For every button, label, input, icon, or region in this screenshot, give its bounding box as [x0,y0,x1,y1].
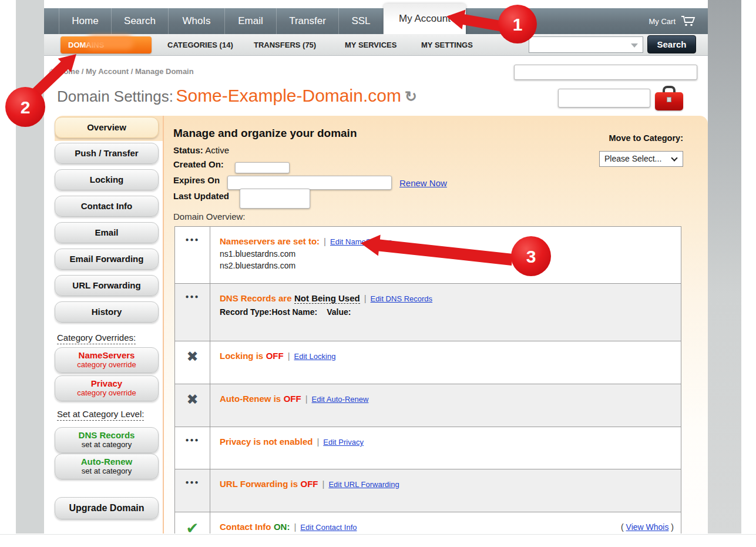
section-heading: Manage and organize your domain [173,127,357,140]
subnav-my-services[interactable]: MY SERVICES [345,34,397,56]
category-label: Auto-Renew [55,457,158,467]
sidebar-nameservers-override[interactable]: NameServers category override [55,347,159,373]
dropdown-arrow-icon[interactable] [631,43,638,48]
view-whois-link[interactable]: View Whois [626,522,669,532]
tab-whois[interactable]: WhoIs [169,8,225,34]
row-url-forwarding: ●●● URL Forwarding is OFF|Edit URL Forwa… [175,469,681,512]
separator: | [364,293,367,303]
subnav-my-settings[interactable]: MY SETTINGS [421,34,473,56]
refresh-icon[interactable]: ↻ [405,88,417,105]
override-sublabel: category override [55,389,158,397]
tab-transfer[interactable]: Transfer [277,8,339,34]
status-label: Status: [173,145,203,155]
my-cart[interactable]: My Cart [649,8,708,34]
domain-overview-label: Domain Overview: [173,212,246,222]
tab-my-account[interactable]: My Account [384,4,466,34]
sidebar-dns-records-category[interactable]: DNS Records set at category [55,427,159,453]
edit-nameservers-link[interactable]: Edit NameServers [330,237,392,246]
home-icon: ⌂ [49,66,55,76]
row-title: Auto-Renew is [220,394,281,404]
sidebar-tab-email[interactable]: Email [55,222,159,243]
separator: | [317,437,319,447]
edit-contact-info-link[interactable]: Edit Contact Info [300,523,357,532]
row-title: DNS Records are [220,293,292,303]
category-select-value: Please Select... [604,154,661,163]
chevron-down-icon [671,155,677,161]
category-sublabel: set at category [55,441,158,449]
page-title-prefix: Domain Settings: [57,88,173,105]
sidebar-tab-url-forwarding[interactable]: URL Forwarding [55,275,159,296]
edit-dns-records-link[interactable]: Edit DNS Records [371,294,432,303]
sidebar-tab-push-transfer[interactable]: Push / Transfer [55,143,159,164]
desktop-left-margin [16,0,44,533]
redacted-value-box [227,176,392,190]
override-sublabel: category override [55,361,158,369]
edit-privacy-link[interactable]: Edit Privacy [323,438,364,447]
category-sublabel: set at category [55,467,158,475]
sidebar-tab-contact-info[interactable]: Contact Info [55,196,159,217]
redacted-value-box [235,162,290,173]
tab-home[interactable]: Home [59,8,112,34]
override-label: Privacy [55,378,158,389]
updated-line: Last Updated [173,191,229,201]
separator: | [305,394,308,404]
tab-email[interactable]: Email [225,8,277,34]
toolbox-icon[interactable] [655,86,683,112]
row-status: OFF [301,479,318,489]
status-value: Active [205,145,229,155]
tab-search[interactable]: Search [112,8,169,34]
cart-icon [681,15,696,27]
move-to-category-label: Move to Category: [507,133,683,143]
nameserver-value: ns2.bluestardns.com [220,261,673,270]
sidebar-privacy-override[interactable]: Privacy category override [55,375,159,401]
subnav-categories[interactable]: CATEGORIES (14) [167,34,233,56]
separator: | [324,236,326,246]
domain-search-combobox[interactable] [529,36,643,53]
domain-search-input[interactable] [529,37,629,52]
row-locking: ✖ Locking is OFF|Edit Locking [175,341,681,384]
browser-page: Home Search WhoIs Email Transfer SSL My … [44,0,708,533]
row-nameservers: ●●● Nameservers are set to:|Edit NameSer… [175,227,681,284]
created-label: Created On: [173,159,224,169]
page-title-domain: Some-Example-Domain.com [176,86,401,105]
breadcrumb[interactable]: Home / My Account / Manage Domain [58,67,194,76]
dots-icon: ●●● [175,469,210,512]
row-status: ON: [274,522,290,532]
sidebar-tab-history[interactable]: History [55,301,159,323]
sidebar-auto-renew-category[interactable]: Auto-Renew set at category [55,454,159,479]
category-overrides-heading: Category Overrides: [57,333,136,344]
sidebar-tab-locking[interactable]: Locking [55,169,159,190]
set-at-category-heading: Set at Category Level: [57,409,144,421]
toolbox-clasp [667,97,671,102]
row-contact-info: ✔ Contact Info ON:|Edit Contact Info ( V… [175,512,681,533]
x-icon: ✖ [175,384,210,427]
subnav-transfers[interactable]: TRANSFERS (75) [254,34,316,56]
edit-locking-link[interactable]: Edit Locking [294,352,336,361]
expires-label: Expires On [173,175,220,185]
panel-divider-line [163,116,164,533]
sidebar-tab-email-forwarding[interactable]: Email Forwarding [55,249,159,270]
top-navigation-bar: Home Search WhoIs Email Transfer SSL My … [44,8,708,34]
page-title: Domain Settings: Some-Example-Domain.com… [57,86,417,106]
separator: | [294,522,296,532]
row-privacy: ●●● Privacy is not enabled|Edit Privacy [175,427,681,469]
dns-record-headers: Record Type:Host Name:Value: [220,307,673,317]
edit-auto-renew-link[interactable]: Edit Auto-Renew [312,395,369,404]
check-icon: ✔ [175,512,210,533]
category-select[interactable]: Please Select... [599,151,683,167]
row-auto-renew: ✖ Auto-Renew is OFF|Edit Auto-Renew [175,384,681,427]
row-status: Not Being Used [294,293,360,304]
tab-ssl[interactable]: SSL [339,8,384,34]
row-title: Contact Info [220,522,271,532]
search-button[interactable]: Search [647,35,696,53]
page-bottom-edge [0,534,756,535]
upgrade-domain-button[interactable]: Upgrade Domain [55,497,159,519]
my-cart-label: My Cart [649,17,676,26]
account-sub-navigation: DOMAINS CATEGORIES (14) TRANSFERS (75) M… [44,34,708,56]
sidebar-tab-overview[interactable]: Overview [55,117,159,138]
row-status: OFF [284,394,301,404]
nameserver-value: ns1.bluestardns.com [220,249,673,259]
dots-icon: ●●● [175,227,210,283]
renew-now-link[interactable]: Renew Now [399,178,447,188]
edit-url-forwarding-link[interactable]: Edit URL Forwarding [328,480,399,489]
